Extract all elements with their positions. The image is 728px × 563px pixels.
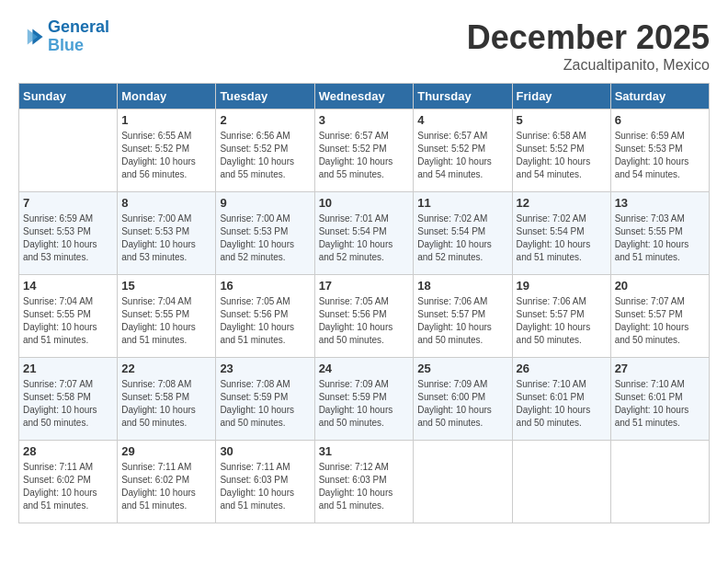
day-info: Sunrise: 7:08 AMSunset: 5:58 PMDaylight:… [121,378,211,430]
day-info: Sunrise: 7:07 AMSunset: 5:58 PMDaylight:… [23,378,113,430]
week-row-3: 14Sunrise: 7:04 AMSunset: 5:55 PMDayligh… [19,275,710,358]
calendar-cell: 22Sunrise: 7:08 AMSunset: 5:58 PMDayligh… [118,358,216,441]
day-info: Sunrise: 7:03 AMSunset: 5:55 PMDaylight:… [615,213,705,264]
day-info: Sunrise: 7:12 AMSunset: 6:03 PMDaylight:… [319,461,410,512]
calendar-cell: 14Sunrise: 7:04 AMSunset: 5:55 PMDayligh… [19,275,118,358]
calendar-cell: 7Sunrise: 6:59 AMSunset: 5:53 PMDaylight… [19,192,118,275]
day-number: 13 [615,196,705,210]
day-info: Sunrise: 7:00 AMSunset: 5:53 PMDaylight:… [121,213,211,264]
calendar-cell: 23Sunrise: 7:08 AMSunset: 5:59 PMDayligh… [216,358,314,441]
location-title: Zacualtipanito, Mexico [467,57,710,74]
calendar-cell: 21Sunrise: 7:07 AMSunset: 5:58 PMDayligh… [19,358,118,441]
calendar-cell: 12Sunrise: 7:02 AMSunset: 5:54 PMDayligh… [512,192,610,275]
calendar-cell [610,441,709,523]
day-number: 16 [220,279,310,293]
day-info: Sunrise: 7:01 AMSunset: 5:54 PMDaylight:… [319,213,410,264]
calendar-cell: 29Sunrise: 7:11 AMSunset: 6:02 PMDayligh… [118,441,216,523]
day-info: Sunrise: 7:05 AMSunset: 5:56 PMDaylight:… [319,295,410,347]
calendar-cell: 11Sunrise: 7:02 AMSunset: 5:54 PMDayligh… [414,192,512,275]
calendar-cell: 1Sunrise: 6:55 AMSunset: 5:52 PMDaylight… [118,109,216,192]
day-info: Sunrise: 7:05 AMSunset: 5:56 PMDaylight:… [220,295,310,347]
day-info: Sunrise: 6:59 AMSunset: 5:53 PMDaylight:… [615,130,705,181]
calendar-cell: 27Sunrise: 7:10 AMSunset: 6:01 PMDayligh… [610,358,709,441]
weekday-header-row: SundayMondayTuesdayWednesdayThursdayFrid… [19,84,710,109]
week-row-5: 28Sunrise: 7:11 AMSunset: 6:02 PMDayligh… [19,441,710,523]
calendar-cell: 28Sunrise: 7:11 AMSunset: 6:02 PMDayligh… [19,441,118,523]
day-info: Sunrise: 7:07 AMSunset: 5:57 PMDaylight:… [615,295,705,347]
calendar-cell: 19Sunrise: 7:06 AMSunset: 5:57 PMDayligh… [512,275,610,358]
day-number: 11 [417,196,507,210]
day-number: 31 [319,444,410,458]
day-info: Sunrise: 7:06 AMSunset: 5:57 PMDaylight:… [517,295,607,347]
day-number: 27 [615,362,705,375]
calendar-cell: 18Sunrise: 7:06 AMSunset: 5:57 PMDayligh… [414,275,512,358]
day-number: 30 [220,444,310,458]
day-number: 14 [23,279,113,293]
day-number: 20 [615,279,705,293]
day-number: 24 [319,362,410,375]
calendar-cell: 31Sunrise: 7:12 AMSunset: 6:03 PMDayligh… [314,441,414,523]
calendar-cell: 9Sunrise: 7:00 AMSunset: 5:53 PMDaylight… [216,192,314,275]
day-info: Sunrise: 7:10 AMSunset: 6:01 PMDaylight:… [517,378,607,430]
calendar-cell: 10Sunrise: 7:01 AMSunset: 5:54 PMDayligh… [314,192,414,275]
weekday-header-thursday: Thursday [414,84,512,109]
calendar-cell [19,109,118,192]
title-section: December 2025 Zacualtipanito, Mexico [467,18,710,74]
calendar-cell: 6Sunrise: 6:59 AMSunset: 5:53 PMDaylight… [610,109,709,192]
day-info: Sunrise: 7:10 AMSunset: 6:01 PMDaylight:… [615,378,705,430]
calendar-cell: 15Sunrise: 7:04 AMSunset: 5:55 PMDayligh… [118,275,216,358]
day-info: Sunrise: 7:08 AMSunset: 5:59 PMDaylight:… [220,378,310,430]
calendar-cell: 20Sunrise: 7:07 AMSunset: 5:57 PMDayligh… [610,275,709,358]
day-number: 6 [615,113,705,127]
calendar-cell: 25Sunrise: 7:09 AMSunset: 6:00 PMDayligh… [414,358,512,441]
day-info: Sunrise: 7:02 AMSunset: 5:54 PMDaylight:… [517,213,607,264]
weekday-header-saturday: Saturday [610,84,709,109]
day-number: 5 [517,113,607,127]
day-number: 9 [220,196,310,210]
day-info: Sunrise: 7:06 AMSunset: 5:57 PMDaylight:… [417,295,507,347]
calendar-cell: 30Sunrise: 7:11 AMSunset: 6:03 PMDayligh… [216,441,314,523]
logo-text: General Blue [48,18,109,55]
calendar-cell: 4Sunrise: 6:57 AMSunset: 5:52 PMDaylight… [414,109,512,192]
day-info: Sunrise: 6:58 AMSunset: 5:52 PMDaylight:… [517,130,607,181]
day-info: Sunrise: 7:04 AMSunset: 5:55 PMDaylight:… [23,295,113,347]
day-info: Sunrise: 7:11 AMSunset: 6:03 PMDaylight:… [220,461,310,512]
calendar-cell: 5Sunrise: 6:58 AMSunset: 5:52 PMDaylight… [512,109,610,192]
day-number: 19 [517,279,607,293]
day-number: 29 [121,444,211,458]
day-info: Sunrise: 7:11 AMSunset: 6:02 PMDaylight:… [121,461,211,512]
day-number: 26 [517,362,607,375]
day-info: Sunrise: 7:09 AMSunset: 5:59 PMDaylight:… [319,378,410,430]
weekday-header-sunday: Sunday [19,84,118,109]
week-row-2: 7Sunrise: 6:59 AMSunset: 5:53 PMDaylight… [19,192,710,275]
calendar-cell [512,441,610,523]
day-number: 2 [220,113,310,127]
day-number: 25 [417,362,507,375]
calendar-cell: 13Sunrise: 7:03 AMSunset: 5:55 PMDayligh… [610,192,709,275]
calendar-cell: 24Sunrise: 7:09 AMSunset: 5:59 PMDayligh… [314,358,414,441]
calendar-cell: 16Sunrise: 7:05 AMSunset: 5:56 PMDayligh… [216,275,314,358]
month-title: December 2025 [467,18,710,57]
day-number: 8 [121,196,211,210]
logo: General Blue [18,18,109,55]
calendar-cell: 26Sunrise: 7:10 AMSunset: 6:01 PMDayligh… [512,358,610,441]
day-number: 23 [220,362,310,375]
day-number: 22 [121,362,211,375]
weekday-header-tuesday: Tuesday [216,84,314,109]
calendar-table: SundayMondayTuesdayWednesdayThursdayFrid… [18,83,710,523]
day-number: 28 [23,444,113,458]
day-number: 10 [319,196,410,210]
day-info: Sunrise: 6:55 AMSunset: 5:52 PMDaylight:… [121,130,211,181]
day-number: 21 [23,362,113,375]
weekday-header-friday: Friday [512,84,610,109]
calendar-cell: 17Sunrise: 7:05 AMSunset: 5:56 PMDayligh… [314,275,414,358]
calendar-cell: 8Sunrise: 7:00 AMSunset: 5:53 PMDaylight… [118,192,216,275]
day-info: Sunrise: 7:09 AMSunset: 6:00 PMDaylight:… [417,378,507,430]
day-info: Sunrise: 7:04 AMSunset: 5:55 PMDaylight:… [121,295,211,347]
day-number: 7 [23,196,113,210]
day-number: 18 [417,279,507,293]
calendar-cell [414,441,512,523]
day-info: Sunrise: 6:57 AMSunset: 5:52 PMDaylight:… [319,130,410,181]
calendar-cell: 3Sunrise: 6:57 AMSunset: 5:52 PMDaylight… [314,109,414,192]
weekday-header-wednesday: Wednesday [314,84,414,109]
